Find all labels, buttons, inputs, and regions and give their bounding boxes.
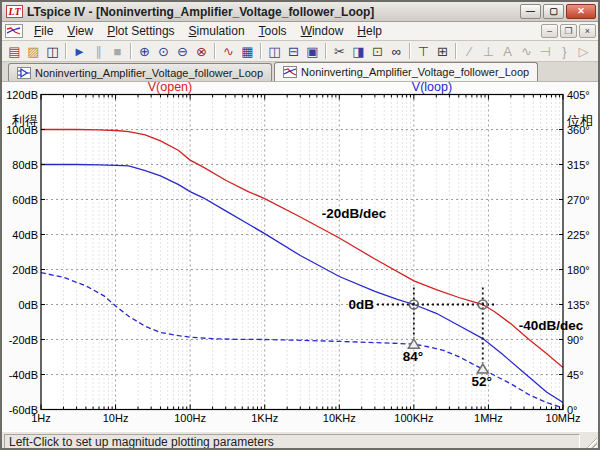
toolbar-separator <box>409 43 411 59</box>
plot-settings-button[interactable]: ▦ <box>238 42 257 60</box>
y-right-tick-label: 225° <box>567 229 590 241</box>
y-left-tick-label: 80dB <box>12 159 38 171</box>
status-text: Left-Click to set up magnitude plotting … <box>4 434 580 449</box>
toolbar-separator <box>260 43 262 59</box>
tab-schematic[interactable]: Noninverting_Amplifier_Voltage_follower_… <box>8 63 272 81</box>
open-button[interactable]: ▨ <box>24 42 43 60</box>
trace-label-vopen[interactable]: V(open) <box>148 82 192 94</box>
maximize-button[interactable]: ▢ <box>543 4 564 19</box>
phase-margin-label: 52° <box>472 374 492 389</box>
close-button[interactable]: ✕ <box>566 4 596 19</box>
cut-button[interactable]: ✂ <box>330 42 349 60</box>
menu-view[interactable]: View <box>60 23 100 39</box>
menu-window[interactable]: Window <box>294 23 351 39</box>
control-panel-button[interactable]: ⊤ <box>414 42 433 60</box>
waveform-doc-icon <box>5 24 23 38</box>
cascade-windows-button[interactable]: ▣ <box>303 42 322 60</box>
net-label-button: A <box>498 42 517 60</box>
zero-db-label: 0dB <box>348 297 374 312</box>
bode-plot[interactable]: 120dB100dB80dB60dB40dB20dB0dB-20dB-40dB-… <box>2 82 598 431</box>
x-tick-label: 1MHz <box>474 412 503 424</box>
zoom-full-extents-button[interactable]: ⊗ <box>192 42 211 60</box>
schematic-icon <box>17 67 31 79</box>
autorange-y-axis-button[interactable]: ∿ <box>219 42 238 60</box>
menu-simulation[interactable]: Simulation <box>182 23 252 39</box>
y-left-tick-label: -20dB <box>9 334 38 346</box>
toolbar: ▤▨◫►∥■⊕⊙⊖⊗∿▦◫⊟▣✂◨⊡∞⊤⊞∕⊥A∿⊣}▷D+∗ <box>2 41 598 62</box>
toolbar-separator <box>455 43 457 59</box>
mdi-minimize-button[interactable]: – <box>541 24 558 38</box>
component-button: D <box>593 42 598 60</box>
find-button[interactable]: ∞ <box>387 42 406 60</box>
y-right-tick-label: 180° <box>567 264 590 276</box>
ground-button: ⊥ <box>479 42 498 60</box>
y-right-tick-label: 405° <box>567 89 590 101</box>
save-button[interactable]: ◫ <box>43 42 62 60</box>
minimize-button[interactable]: — <box>520 4 541 19</box>
y-right-tick-label: 90° <box>567 334 584 346</box>
tile-vertically-button[interactable]: ◫ <box>265 42 284 60</box>
tab-label: Noninverting_Amplifier_Voltage_follower_… <box>301 66 529 78</box>
toolbar-separator <box>325 43 327 59</box>
phase-axis-title: 位相 <box>567 113 593 128</box>
y-right-tick-label: 270° <box>567 194 590 206</box>
x-tick-label: 100Hz <box>174 412 206 424</box>
wire-button: ∕ <box>460 42 479 60</box>
print-button[interactable]: ⊞ <box>433 42 452 60</box>
capacitor-button: ⊣ <box>536 42 555 60</box>
menu-bar: FileViewPlot SettingsSimulationToolsWind… <box>2 22 598 41</box>
x-tick-label: 10MHz <box>546 412 581 424</box>
toolbar-separator <box>65 43 67 59</box>
x-tick-label: 10Hz <box>103 412 129 424</box>
y-right-tick-label: 135° <box>567 299 590 311</box>
y-left-tick-label: 40dB <box>12 229 38 241</box>
pause-button: ∥ <box>89 42 108 60</box>
copy-button[interactable]: ◨ <box>349 42 368 60</box>
trace-label-vloop[interactable]: V(loop) <box>412 82 452 94</box>
phase-margin-label: 84° <box>403 349 423 364</box>
tile-horizontally-button[interactable]: ⊟ <box>284 42 303 60</box>
y-left-tick-label: -40dB <box>9 369 38 381</box>
resize-grip[interactable] <box>585 437 597 449</box>
mdi-restore-button[interactable]: ❐ <box>560 24 577 38</box>
x-tick-label: 1Hz <box>31 412 51 424</box>
run-button[interactable]: ► <box>70 42 89 60</box>
gain-axis-title: 利得 <box>11 113 38 128</box>
window-title: LTspice IV - [Noninverting_Amplifier_Vol… <box>27 5 520 19</box>
zoom-area-button[interactable]: ⊙ <box>154 42 173 60</box>
zoom-in-button[interactable]: ⊕ <box>135 42 154 60</box>
mdi-close-button[interactable]: × <box>579 24 596 38</box>
tab-waveform[interactable]: Noninverting_Amplifier_Voltage_follower_… <box>274 62 538 81</box>
y-left-tick-label: 120dB <box>6 89 38 101</box>
inductor-button: } <box>555 42 574 60</box>
plot-surface[interactable] <box>41 95 563 410</box>
zoom-out-button[interactable]: ⊖ <box>173 42 192 60</box>
slope-annotation: -40dB/dec <box>519 318 584 333</box>
x-tick-label: 100KHz <box>394 412 433 424</box>
slope-annotation: -20dB/dec <box>322 206 387 221</box>
resistor-button: ∿ <box>517 42 536 60</box>
halt-button: ■ <box>108 42 127 60</box>
y-right-tick-label: 45° <box>567 369 584 381</box>
toolbar-separator <box>214 43 216 59</box>
y-left-tick-label: 60dB <box>12 194 38 206</box>
waveform-icon <box>283 66 297 78</box>
paste-button[interactable]: ⊡ <box>368 42 387 60</box>
y-right-tick-label: 315° <box>567 159 590 171</box>
tab-bar: Noninverting_Amplifier_Voltage_follower_… <box>2 62 598 82</box>
diode-button: ▷ <box>574 42 593 60</box>
title-bar[interactable]: LT LTspice IV - [Noninverting_Amplifier_… <box>2 2 598 22</box>
menu-file[interactable]: File <box>27 23 60 39</box>
menu-plot-settings[interactable]: Plot Settings <box>100 23 181 39</box>
status-bar: Left-Click to set up magnitude plotting … <box>2 431 598 450</box>
x-tick-label: 10KHz <box>323 412 356 424</box>
menu-tools[interactable]: Tools <box>252 23 294 39</box>
waveform-pane[interactable]: 120dB100dB80dB60dB40dB20dB0dB-20dB-40dB-… <box>2 82 598 431</box>
menu-help[interactable]: Help <box>350 23 389 39</box>
x-tick-label: 1KHz <box>251 412 278 424</box>
y-left-tick-label: 20dB <box>12 264 38 276</box>
toolbar-separator <box>130 43 132 59</box>
ltspice-window: LT LTspice IV - [Noninverting_Amplifier_… <box>0 0 600 450</box>
new-schematic-button[interactable]: ▤ <box>5 42 24 60</box>
tab-label: Noninverting_Amplifier_Voltage_follower_… <box>35 67 263 79</box>
